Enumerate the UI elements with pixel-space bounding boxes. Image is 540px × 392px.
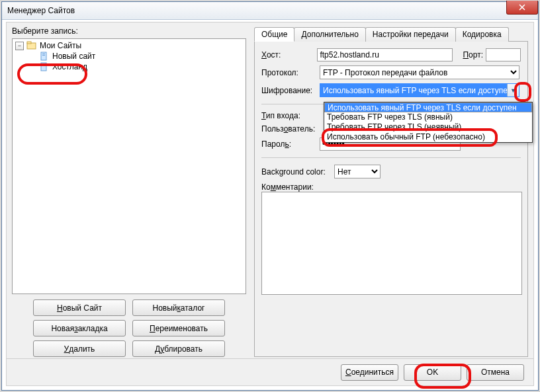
row-bgcolor: Background color: Нет	[261, 165, 521, 178]
encryption-dropdown[interactable]: Использовать явный FTP через TLS если до…	[324, 102, 533, 143]
encryption-select[interactable]: Использовать явный FTP через TLS если до…	[320, 83, 519, 97]
connect-button[interactable]: Соединиться	[341, 364, 398, 381]
comments-textarea[interactable]	[261, 192, 522, 295]
row-host: Хост: Порт:	[261, 48, 521, 61]
tab-transfer[interactable]: Настройки передачи	[365, 27, 456, 42]
logon-label: Тип входа:	[261, 111, 320, 120]
chevron-down-icon[interactable]: ▼	[507, 84, 519, 97]
protocol-select[interactable]: FTP - Протокол передачи файлов	[320, 65, 519, 79]
right-panel: Общие Дополнительно Настройки передачи К…	[251, 22, 533, 360]
rename-button[interactable]: Переименовать	[132, 320, 225, 336]
main-row: Выберите запись: − Мои Сайты Новый сайт	[7, 22, 533, 360]
folder-icon	[26, 41, 37, 50]
tab-general[interactable]: Общие	[254, 27, 294, 42]
tabstrip: Общие Дополнительно Настройки передачи К…	[254, 26, 528, 42]
left-buttons: Новый Сайт Новый каталог Новая закладка …	[12, 294, 246, 357]
svg-rect-3	[42, 54, 45, 54]
svg-rect-5	[41, 63, 46, 71]
encryption-value: Использовать явный FTP через TLS если до…	[320, 86, 507, 95]
svg-rect-4	[42, 55, 45, 56]
server-icon	[39, 52, 50, 61]
tree-item-new-site[interactable]: Новый сайт	[13, 51, 246, 61]
close-button[interactable]	[506, 1, 538, 15]
row-protocol: Протокол: FTP - Протокол передачи файлов	[261, 65, 521, 79]
encryption-option[interactable]: Использовать явный FTP через TLS если до…	[324, 102, 532, 112]
client-area: Выберите запись: − Мои Сайты Новый сайт	[6, 22, 534, 386]
bgcolor-label: Background color:	[261, 167, 334, 176]
close-icon	[519, 4, 525, 11]
left-panel: Выберите запись: − Мои Сайты Новый сайт	[7, 22, 251, 360]
cancel-button[interactable]: Отмена	[467, 364, 524, 381]
encryption-option[interactable]: Требовать FTP через TLS (явный)	[324, 112, 532, 122]
site-manager-dialog: Менеджер Сайтов Выберите запись: − Мои С…	[1, 1, 539, 391]
titlebar[interactable]: Менеджер Сайтов	[2, 2, 538, 20]
tab-body: Хост: Порт: Протокол: FTP - Протокол пер…	[254, 42, 528, 357]
server-icon	[39, 62, 50, 71]
port-label: Порт:	[463, 50, 483, 59]
tree-item-hostland[interactable]: Хостланд	[13, 61, 246, 72]
new-folder-button[interactable]: Новый каталог	[132, 299, 225, 316]
user-label: Пользователь:	[261, 124, 320, 134]
new-site-button[interactable]: Новый Сайт	[33, 299, 126, 316]
divider	[261, 157, 521, 158]
tree-root[interactable]: − Мои Сайты	[13, 40, 246, 51]
host-label: Хост:	[261, 50, 317, 59]
comments-label: Комментарии:	[261, 182, 521, 192]
encryption-option[interactable]: Требовать FTP через TLS (неявный)	[324, 122, 532, 132]
bgcolor-select[interactable]: Нет	[334, 165, 381, 178]
row-encryption: Шифрование: Использовать явный FTP через…	[261, 83, 521, 97]
tab-advanced[interactable]: Дополнительно	[294, 27, 365, 42]
tree-root-label: Мои Сайты	[40, 41, 81, 50]
new-bookmark-button[interactable]: Новая закладка	[33, 320, 126, 336]
ok-button[interactable]: OK	[404, 364, 461, 381]
host-input[interactable]	[317, 48, 453, 61]
select-entry-label: Выберите запись:	[12, 26, 246, 36]
duplicate-button[interactable]: Дублировать	[132, 340, 225, 357]
general-form: Хост: Порт: Протокол: FTP - Протокол пер…	[255, 42, 527, 356]
svg-rect-7	[42, 65, 45, 66]
encryption-label: Шифрование:	[261, 86, 320, 95]
svg-rect-6	[42, 64, 45, 65]
window-title: Менеджер Сайтов	[7, 6, 75, 15]
port-input[interactable]	[486, 48, 521, 61]
svg-rect-2	[41, 52, 46, 60]
tree-item-label: Новый сайт	[52, 52, 95, 61]
sites-tree[interactable]: − Мои Сайты Новый сайт	[12, 38, 246, 294]
delete-button[interactable]: Удалить	[33, 340, 126, 357]
collapse-toggle-icon[interactable]: −	[15, 42, 24, 50]
password-label: Пароль:	[261, 139, 320, 149]
protocol-label: Протокол:	[261, 68, 320, 77]
svg-rect-1	[27, 42, 31, 44]
tab-charset[interactable]: Кодировка	[455, 27, 509, 42]
bottom-bar: Соединиться OK Отмена	[7, 358, 533, 385]
encryption-option[interactable]: Использовать обычный FTP (небезопасно)	[324, 132, 532, 142]
tree-item-label: Хостланд	[52, 62, 87, 71]
